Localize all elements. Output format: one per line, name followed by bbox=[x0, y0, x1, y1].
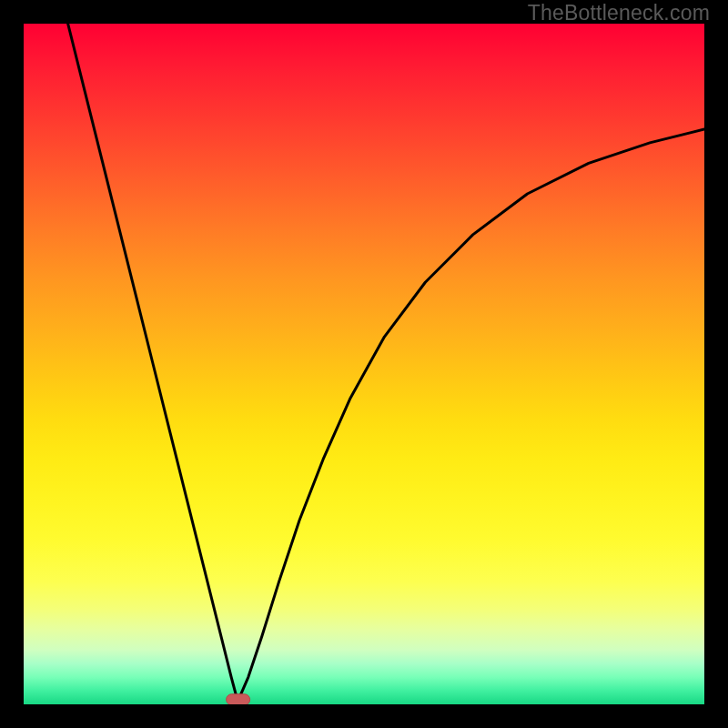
curve-right-branch bbox=[239, 129, 704, 698]
curve-layer bbox=[24, 24, 704, 704]
optimum-marker-pill bbox=[227, 694, 250, 704]
watermark-text: TheBottleneck.com bbox=[528, 1, 710, 25]
bottleneck-curve bbox=[68, 24, 704, 698]
curve-left-branch bbox=[68, 24, 238, 698]
plot-area bbox=[24, 24, 704, 704]
chart-frame bbox=[0, 0, 728, 728]
optimum-marker bbox=[227, 694, 250, 704]
